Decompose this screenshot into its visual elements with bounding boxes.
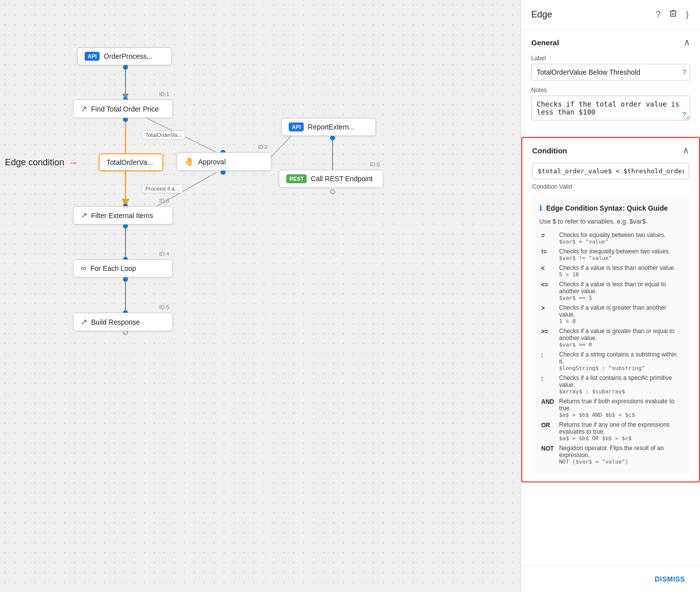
- guide-row: : Checks if a list contains a specific p…: [539, 373, 682, 396]
- guide-content: Checks if a value is less than another v…: [557, 263, 682, 279]
- guide-content: Checks for inequality between two values…: [557, 246, 682, 263]
- edge-label-proceed: Proceed if a...: [142, 184, 183, 193]
- svg-point-18: [123, 331, 127, 335]
- guide-content: Negation operator. Flips the result of a…: [557, 443, 682, 467]
- condition-valid-text: Condition Valid: [532, 183, 689, 190]
- dismiss-button[interactable]: DISMISS: [650, 572, 690, 586]
- node-filterexternal[interactable]: ↗ Filter External Items ID:3: [73, 206, 173, 225]
- node-id: ID:1: [159, 91, 169, 97]
- node-label: Call REST Endpoint: [311, 175, 372, 183]
- node-id: ID:2: [258, 144, 268, 150]
- label-input[interactable]: [531, 64, 690, 81]
- annotation-arrow: →: [68, 157, 78, 168]
- guide-op: :: [539, 373, 557, 396]
- condition-label: Condition: [532, 146, 567, 155]
- node-buildresponse[interactable]: ↗ Build Response ID:5: [73, 313, 173, 331]
- guide-op: >=: [539, 326, 557, 350]
- guide-content: Checks if a list contains a specific pri…: [557, 373, 682, 396]
- transform-icon: ↗: [81, 104, 87, 114]
- svg-point-9: [123, 65, 128, 70]
- notes-help-icon[interactable]: ?: [682, 111, 686, 118]
- api-badge: API: [85, 52, 100, 61]
- node-label: TotalOrderVa...: [107, 158, 153, 166]
- label-field-label: Label: [531, 55, 690, 62]
- node-label: Find Total Order Price: [91, 105, 159, 113]
- node-id: ID:5: [159, 304, 169, 310]
- node-label: Build Response: [91, 318, 140, 326]
- svg-point-24: [331, 190, 335, 194]
- guide-row: <= Checks if a value is less than or equ…: [539, 279, 682, 303]
- quick-guide: ℹ Edge Condition Syntax: Quick Guide Use…: [532, 196, 689, 474]
- guide-row: : Checks if a string contains a substrin…: [539, 350, 682, 373]
- guide-op: NOT: [539, 443, 557, 467]
- svg-point-22: [330, 135, 335, 140]
- quick-guide-intro: Use $ to refer to variables. e.g. $var$.: [539, 218, 682, 225]
- quick-guide-title: Edge Condition Syntax: Quick Guide: [546, 204, 668, 212]
- notes-field-label: Notes: [531, 87, 690, 94]
- edge-condition-annotation: Edge condition →: [5, 157, 78, 168]
- guide-content: Checks if a value is greater than or equ…: [557, 326, 682, 350]
- condition-body: Condition Valid ℹ Edge Condition Syntax:…: [522, 163, 699, 481]
- approval-icon: 🤚: [184, 157, 194, 166]
- annotation-text: Edge condition: [5, 157, 64, 168]
- node-id: ID:6: [370, 161, 380, 167]
- node-totalorderva[interactable]: TotalOrderVa...: [99, 153, 163, 171]
- panel-title: Edge: [531, 9, 552, 20]
- expand-button[interactable]: ⟩: [685, 8, 690, 21]
- general-section-header: General ∧: [521, 30, 700, 55]
- node-label: Approval: [198, 158, 226, 166]
- guide-row: < Checks if a value is less than another…: [539, 263, 682, 279]
- node-label: Filter External Items: [91, 212, 153, 220]
- help-button[interactable]: ?: [655, 8, 662, 21]
- guide-row: != Checks for inequality between two val…: [539, 246, 682, 263]
- guide-op: :: [539, 350, 557, 373]
- svg-point-16: [123, 277, 128, 282]
- node-id: ID:4: [159, 251, 169, 257]
- general-label: General: [531, 38, 559, 47]
- guide-content: Returns true if both expressions evaluat…: [557, 396, 682, 420]
- node-label: OrderProcess...: [104, 52, 152, 60]
- panel-header: Edge ? ⟩: [521, 0, 700, 30]
- node-callrest[interactable]: REST Call REST Endpoint ID:6: [279, 170, 383, 188]
- notes-textarea[interactable]: Checks if the total order value is less …: [531, 96, 690, 120]
- condition-input[interactable]: [532, 163, 689, 179]
- label-help-icon[interactable]: ?: [682, 68, 686, 76]
- node-orderprocess[interactable]: API OrderProcess...: [77, 47, 172, 65]
- guide-row: NOT Negation operator. Flips the result …: [539, 443, 682, 467]
- edge-panel: Edge ? ⟩ General ∧ Label ?: [521, 0, 700, 592]
- guide-content: Checks if a string contains a substring …: [557, 350, 682, 373]
- guide-op: OR: [539, 420, 557, 443]
- guide-op: !=: [539, 246, 557, 263]
- guide-content: Checks if a value is greater than anothe…: [557, 303, 682, 326]
- node-label: ReportExtern...: [308, 123, 354, 131]
- guide-op: =: [539, 230, 557, 246]
- general-section-body: Label ? Notes Checks if the total order …: [521, 55, 700, 136]
- guide-row: AND Returns true if both expressions eva…: [539, 396, 682, 420]
- loop-icon: ∞: [81, 264, 86, 273]
- general-chevron[interactable]: ∧: [684, 37, 690, 48]
- general-section: General ∧ Label ? Notes Checks if the to…: [521, 30, 700, 137]
- guide-op: >: [539, 303, 557, 326]
- node-approval[interactable]: 🤚 Approval ID:2: [177, 152, 271, 171]
- guide-op: AND: [539, 396, 557, 420]
- label-field-row: Label ?: [531, 55, 690, 81]
- node-label: For Each Loop: [90, 264, 136, 272]
- guide-content: Checks if a value is less than or equal …: [557, 279, 682, 303]
- node-foreach[interactable]: ∞ For Each Loop ID:4: [73, 259, 173, 277]
- delete-button[interactable]: [668, 8, 679, 21]
- node-reportextern[interactable]: API ReportExtern...: [281, 118, 376, 136]
- node-findtotalorder[interactable]: ↗ Find Total Order Price ID:1: [73, 100, 173, 118]
- filter-icon: ↗: [81, 211, 87, 220]
- guide-row: >= Checks if a value is greater than or …: [539, 326, 682, 350]
- guide-content: Returns true if any one of the expressio…: [557, 420, 682, 443]
- condition-chevron[interactable]: ∧: [683, 145, 689, 156]
- notes-field-row: Notes Checks if the total order value is…: [531, 87, 690, 122]
- node-id: ID:3: [159, 198, 169, 204]
- header-icons: ? ⟩: [655, 8, 690, 21]
- workflow-canvas[interactable]: API OrderProcess... ↗ Find Total Order P…: [0, 0, 521, 592]
- quick-guide-header: ℹ Edge Condition Syntax: Quick Guide: [539, 203, 682, 213]
- condition-section: Condition ∧ Condition Valid ℹ Edge Condi…: [521, 137, 700, 482]
- guide-row: > Checks if a value is greater than anot…: [539, 303, 682, 326]
- panel-footer: DISMISS: [521, 566, 700, 592]
- guide-row: OR Returns true if any one of the expres…: [539, 420, 682, 443]
